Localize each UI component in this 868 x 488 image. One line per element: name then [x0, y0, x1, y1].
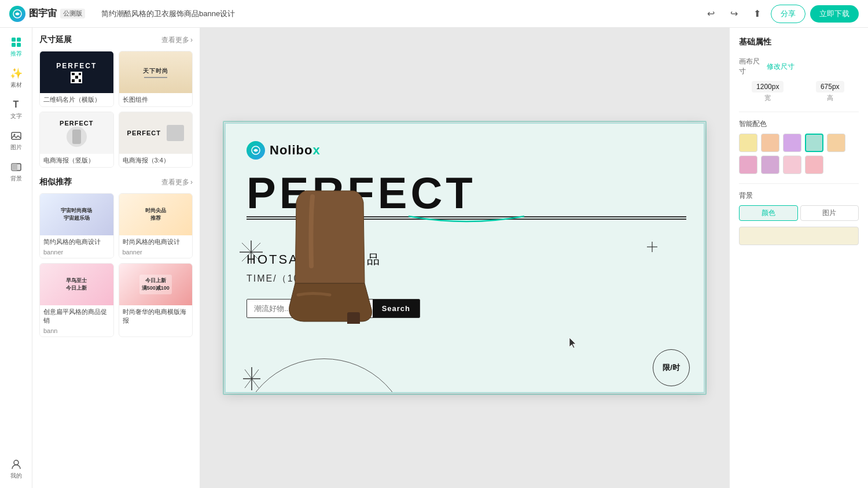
separator-2	[739, 183, 859, 184]
separator-1	[739, 112, 859, 112]
beta-badge: 公测版	[60, 9, 85, 19]
canvas-width-group: 1200px 宽	[739, 81, 797, 102]
template-card-sim1[interactable]: 宇宙时尚商场宇宙超乐场 简约风格的电商设计 banner	[39, 193, 114, 258]
svg-rect-3	[12, 43, 16, 47]
banner-limited-badge: 限/时	[653, 349, 690, 386]
sidebar-label-background: 背景	[10, 175, 22, 183]
image-icon	[10, 130, 23, 142]
app-title: 图宇宙	[29, 8, 57, 20]
template-label-sim1: 简约风格的电商设计	[40, 235, 113, 249]
left-sidebar: 推荐 ✨ 素材 T 文字 图片	[0, 28, 32, 488]
banner-canvas[interactable]: Nolibox PERFECT HOTSALE/热销单品	[225, 123, 705, 393]
svg-rect-15	[347, 312, 360, 324]
color-swatch-3[interactable]	[783, 134, 801, 152]
svg-point-9	[14, 460, 19, 465]
thumb-long-line	[144, 77, 167, 78]
upload-button[interactable]: ⬆	[748, 5, 766, 23]
sidebar-item-background[interactable]: 背景	[2, 157, 30, 186]
template-label-sim1-sub: banner	[40, 249, 113, 258]
bg-color-preview[interactable]	[739, 227, 859, 245]
color-swatch-1[interactable]	[739, 134, 757, 152]
template-card-ec1[interactable]: PERFECT 电商海报（竖版）	[39, 112, 114, 168]
share-button[interactable]: 分享	[771, 5, 806, 23]
canvas-size-section: 画布尺寸 修改尺寸 1200px 宽 675px 高	[739, 57, 859, 102]
svg-rect-4	[17, 43, 21, 47]
template-card-qr[interactable]: PERFECT 二维码名片（横版）	[39, 51, 114, 107]
logo-icon	[9, 6, 25, 22]
color-swatch-7[interactable]	[761, 156, 779, 174]
redo-button[interactable]: ↪	[724, 5, 743, 23]
template-label-long: 长图组件	[119, 93, 193, 106]
sidebar-label-recommend: 推荐	[10, 50, 22, 58]
undo-button[interactable]: ↩	[701, 5, 720, 23]
left-panel: 尺寸延展 查看更多 › PERFECT 二维码名片（横版）	[32, 28, 200, 488]
template-card-sim2[interactable]: 时尚尖品推荐 时尚风格的电商设计 banner	[119, 193, 193, 258]
canvas-height-label: 高	[827, 94, 833, 102]
template-card-sim3[interactable]: 早鸟至士今日上新 创意扁平风格的商品促销 bann	[39, 263, 114, 337]
banner-brand: Nolibox	[270, 143, 321, 158]
template-thumb-qr	[71, 72, 82, 83]
color-swatch-9[interactable]	[805, 156, 823, 174]
color-swatch-5[interactable]	[827, 134, 845, 152]
text-icon: T	[10, 98, 23, 111]
thumb-ec2-figure	[167, 125, 184, 141]
sidebar-item-recommend[interactable]: 推荐	[2, 32, 30, 61]
template-label-sim2-sub: banner	[119, 249, 193, 258]
main-layout: 推荐 ✨ 素材 T 文字 图片	[0, 28, 868, 488]
similar-see-more[interactable]: 查看更多 ›	[161, 178, 193, 187]
sim3-thumb-text: 早鸟至士今日上新	[64, 275, 89, 294]
canvas-width-label: 宽	[764, 94, 771, 102]
material-icon: ✨	[10, 67, 23, 80]
smart-color-section: 智能配色	[739, 119, 859, 174]
thumb-long-text: 天下时尚	[143, 67, 168, 75]
modify-size-button[interactable]: 修改尺寸	[767, 62, 795, 72]
similar-chevron-icon: ›	[190, 178, 193, 186]
template-card-sim4[interactable]: 今日上新满500减100 时尚奢华的电商横版海报	[119, 263, 193, 337]
sidebar-item-mine[interactable]: 我的	[2, 454, 30, 483]
background-icon	[10, 161, 23, 173]
doc-title: 简约潮酷风格的卫衣服饰商品banne设计	[101, 9, 235, 19]
template-label-ec1: 电商海报（竖版）	[40, 154, 113, 167]
oval-curve	[403, 215, 530, 227]
template-card-ec2[interactable]: PERFECT 电商海报（3:4）	[119, 112, 193, 168]
bg-tab-image[interactable]: 图片	[800, 205, 859, 221]
sidebar-item-material[interactable]: ✨ 素材	[2, 64, 30, 93]
template-thumb-perfect: PERFECT	[56, 62, 97, 70]
logo-area: 图宇宙 公测版	[9, 6, 85, 22]
color-swatches	[739, 134, 859, 174]
banner-boot-image	[272, 173, 388, 324]
color-swatch-6[interactable]	[739, 156, 757, 174]
size-see-more[interactable]: 查看更多 ›	[161, 35, 193, 45]
canvas-wrapper: Nolibox PERFECT HOTSALE/热销单品	[225, 123, 705, 393]
color-swatch-4[interactable]	[805, 134, 823, 152]
mine-icon	[10, 458, 23, 471]
banner-logo-area: Nolibox	[247, 141, 686, 160]
similar-section-header: 相似推荐 查看更多 ›	[39, 177, 193, 187]
template-label-sim3-sub: bann	[40, 327, 113, 337]
background-label: 背景	[739, 191, 859, 201]
sim4-thumb-text: 今日上新满500减100	[139, 275, 172, 294]
bg-tab-color[interactable]: 颜色	[739, 205, 798, 221]
brand-x: x	[312, 143, 320, 157]
canvas-size-label: 画布尺寸	[739, 57, 762, 76]
color-swatch-2[interactable]	[761, 134, 779, 152]
download-button[interactable]: 立即下载	[810, 5, 859, 23]
size-template-grid: PERFECT 二维码名片（横版） 天下时尚 长图组件	[39, 51, 193, 168]
svg-rect-2	[17, 38, 21, 42]
background-section: 背景 颜色 图片	[739, 191, 859, 245]
top-header: 图宇宙 公测版 简约潮酷风格的卫衣服饰商品banne设计 ↩ ↪ ⬆ 分享 立即…	[0, 0, 868, 28]
header-toolbar: ↩ ↪ ⬆ 分享 立即下载	[701, 5, 859, 23]
svg-rect-8	[12, 164, 17, 171]
chevron-right-icon: ›	[190, 36, 193, 44]
template-label-sim3: 创意扁平风格的商品促销	[40, 305, 113, 327]
banner-logo-icon	[247, 141, 265, 160]
sidebar-item-text[interactable]: T 文字	[2, 95, 30, 124]
svg-rect-1	[12, 38, 16, 42]
similar-template-grid: 宇宙时尚商场宇宙超乐场 简约风格的电商设计 banner 时尚尖品推荐 时尚风格…	[39, 193, 193, 337]
sidebar-item-image[interactable]: 图片	[2, 126, 30, 155]
template-card-long[interactable]: 天下时尚 长图组件	[119, 51, 193, 107]
canvas-height-group: 675px 高	[801, 81, 859, 102]
color-swatch-8[interactable]	[783, 156, 801, 174]
svg-rect-5	[12, 132, 21, 139]
thumb-ec1-figure	[67, 127, 87, 147]
